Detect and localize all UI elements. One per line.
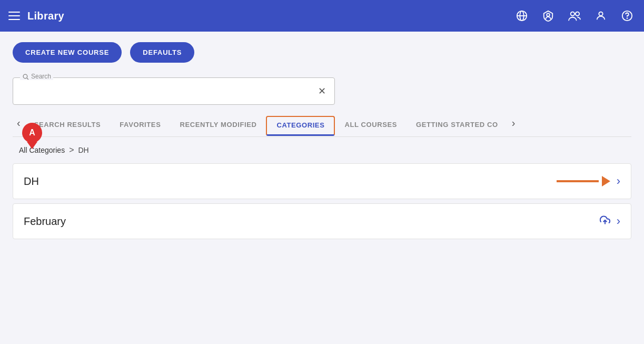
category-item-dh-right: › xyxy=(557,174,620,188)
search-section: Search ✕ xyxy=(13,77,631,105)
map-pin-tail xyxy=(27,142,37,149)
person-icon[interactable] xyxy=(592,7,609,24)
tab-getting-started[interactable]: GETTING STARTED CO xyxy=(407,115,508,136)
search-input[interactable] xyxy=(19,87,316,96)
create-new-course-button[interactable]: CREATE NEW COURSE xyxy=(13,42,122,63)
category-list: DH › February xyxy=(13,163,631,239)
map-pin-marker: A xyxy=(22,123,42,149)
chevron-right-icon[interactable]: › xyxy=(617,174,620,188)
tab-favorites[interactable]: FAVORITES xyxy=(110,115,170,136)
category-item-dh[interactable]: DH › xyxy=(13,163,631,199)
app-title: Library xyxy=(27,10,64,22)
group-icon[interactable] xyxy=(566,7,583,24)
tabs-row: ‹ SEARCH RESULTS FAVORITES RECENTLY MODI… xyxy=(13,115,631,137)
map-pin-label: A xyxy=(22,123,42,143)
search-input-wrapper: ✕ xyxy=(13,77,335,105)
category-item-february-right: › xyxy=(600,214,620,228)
main-content: CREATE NEW COURSE DEFAULTS Search ✕ ‹ SE… xyxy=(0,32,644,344)
search-label: Search xyxy=(20,73,53,80)
header-left: Library xyxy=(8,10,64,22)
breadcrumb-separator: > xyxy=(69,145,74,155)
help-icon[interactable] xyxy=(619,7,636,24)
svg-point-9 xyxy=(23,74,27,78)
app-header: Library xyxy=(0,0,644,32)
shield-user-icon[interactable] xyxy=(540,7,557,24)
breadcrumb-current: DH xyxy=(78,146,89,154)
tab-all-courses[interactable]: ALL COURSES xyxy=(335,115,407,136)
svg-line-10 xyxy=(27,77,28,79)
arrow-head xyxy=(602,176,610,186)
category-item-february[interactable]: February › xyxy=(13,203,631,239)
defaults-button[interactable]: DEFAULTS xyxy=(130,42,194,63)
breadcrumb: A All Categories > DH xyxy=(13,145,631,155)
action-buttons: CREATE NEW COURSE DEFAULTS xyxy=(13,42,631,63)
orange-arrow-icon xyxy=(557,176,610,186)
search-label-text: Search xyxy=(31,73,51,80)
hamburger-menu[interactable] xyxy=(8,12,20,20)
category-name-dh: DH xyxy=(24,175,39,188)
svg-point-4 xyxy=(571,12,574,16)
upload-icon[interactable] xyxy=(600,215,610,228)
search-clear-button[interactable]: ✕ xyxy=(316,85,328,97)
svg-point-5 xyxy=(576,12,579,16)
svg-point-3 xyxy=(547,13,550,16)
tab-categories[interactable]: CATEGORIES xyxy=(266,116,335,136)
tab-recently-modified[interactable]: RECENTLY MODIFIED xyxy=(170,115,266,136)
chevron-right-february-icon[interactable]: › xyxy=(617,214,620,228)
header-icons xyxy=(513,7,636,24)
globe-icon[interactable] xyxy=(513,7,530,24)
tab-next-button[interactable]: › xyxy=(508,117,520,134)
svg-point-8 xyxy=(627,18,628,18)
category-name-february: February xyxy=(24,215,66,228)
svg-point-6 xyxy=(599,12,602,16)
arrow-line xyxy=(557,180,599,182)
